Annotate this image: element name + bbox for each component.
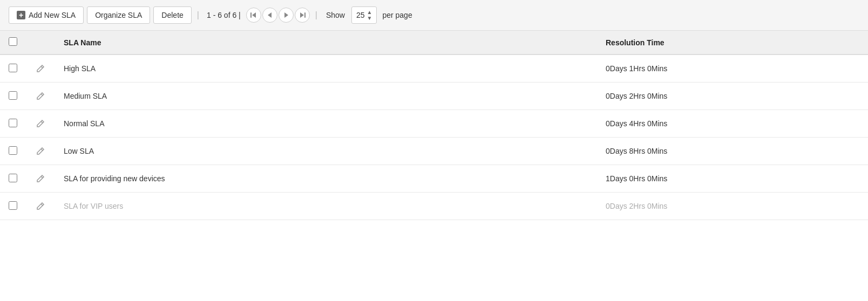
table-row: Low SLA0Days 8Hrs 0Mins <box>0 138 868 165</box>
row-resolution-time: 1Days 0Hrs 0Mins <box>597 165 868 193</box>
separator-1: | <box>195 10 201 20</box>
row-checkbox-cell <box>0 165 26 193</box>
per-page-value: 25 <box>356 11 365 19</box>
svg-line-9 <box>41 149 43 150</box>
select-all-checkbox[interactable] <box>9 37 17 46</box>
plus-icon: + <box>17 11 25 19</box>
row-checkbox-2[interactable] <box>9 91 17 100</box>
row-checkbox-cell <box>0 83 26 110</box>
edit-icon[interactable] <box>35 118 46 129</box>
row-sla-name: Low SLA <box>55 138 597 165</box>
row-resolution-time: 0Days 2Hrs 0Mins <box>597 193 868 220</box>
svg-rect-4 <box>304 12 306 18</box>
first-page-button[interactable] <box>246 8 261 23</box>
table-row: SLA for VIP users0Days 2Hrs 0Mins <box>0 193 868 220</box>
row-checkbox-4[interactable] <box>9 146 17 155</box>
show-label: Show <box>323 11 348 19</box>
edit-icon[interactable] <box>35 200 46 212</box>
row-edit-cell <box>26 54 55 83</box>
row-checkbox-cell <box>0 54 26 83</box>
header-checkbox-col <box>0 31 26 54</box>
header-resolution-time: Resolution Time <box>597 31 868 54</box>
per-page-suffix: per page <box>380 11 414 19</box>
next-page-button[interactable] <box>279 8 294 23</box>
svg-marker-5 <box>300 12 304 18</box>
separator-2: | <box>313 10 320 20</box>
svg-marker-1 <box>252 12 256 18</box>
per-page-selector[interactable]: 25 ▲▼ <box>351 6 377 24</box>
delete-button[interactable]: Delete <box>153 6 191 24</box>
svg-marker-2 <box>268 12 272 18</box>
row-resolution-time: 0Days 8Hrs 0Mins <box>597 138 868 165</box>
table-row: SLA for providing new devices1Days 0Hrs … <box>0 165 868 193</box>
header-sla-name: SLA Name <box>55 31 597 54</box>
svg-line-10 <box>41 176 43 178</box>
table-row: Normal SLA0Days 4Hrs 0Mins <box>0 110 868 138</box>
table-row: High SLA0Days 1Hrs 0Mins <box>0 54 868 83</box>
row-checkbox-cell <box>0 138 26 165</box>
table-header-row: SLA Name Resolution Time <box>0 31 868 54</box>
row-resolution-time: 0Days 2Hrs 0Mins <box>597 83 868 110</box>
chevron-icon: ▲▼ <box>367 9 372 21</box>
row-edit-cell <box>26 193 55 220</box>
sla-table: SLA Name Resolution Time High SLA0Days 1… <box>0 31 868 220</box>
row-sla-name: High SLA <box>55 54 597 83</box>
row-sla-name: SLA for VIP users <box>55 193 597 220</box>
edit-icon[interactable] <box>35 173 46 184</box>
row-sla-name: SLA for providing new devices <box>55 165 597 193</box>
row-checkbox-1[interactable] <box>9 64 17 72</box>
edit-icon[interactable] <box>35 90 46 102</box>
svg-marker-3 <box>284 12 288 18</box>
prev-page-button[interactable] <box>262 8 277 23</box>
row-edit-cell <box>26 83 55 110</box>
row-edit-cell <box>26 110 55 138</box>
pagination-info: 1 - 6 of 6 | <box>205 11 243 19</box>
row-checkbox-6[interactable] <box>9 201 17 210</box>
svg-line-7 <box>41 94 43 95</box>
table-row: Medium SLA0Days 2Hrs 0Mins <box>0 83 868 110</box>
organize-sla-button[interactable]: Organize SLA <box>87 6 150 24</box>
svg-rect-0 <box>250 12 252 18</box>
row-sla-name: Normal SLA <box>55 110 597 138</box>
edit-icon[interactable] <box>35 63 46 74</box>
row-checkbox-3[interactable] <box>9 119 17 127</box>
last-page-button[interactable] <box>295 8 310 23</box>
row-resolution-time: 0Days 4Hrs 0Mins <box>597 110 868 138</box>
svg-line-6 <box>41 66 43 68</box>
delete-button-label: Delete <box>161 11 183 19</box>
edit-icon[interactable] <box>35 145 46 157</box>
row-checkbox-cell <box>0 193 26 220</box>
add-new-sla-button[interactable]: + Add New SLA <box>9 6 84 24</box>
row-edit-cell <box>26 165 55 193</box>
pagination-controls <box>246 8 310 23</box>
row-checkbox-cell <box>0 110 26 138</box>
header-edit-col <box>26 31 55 54</box>
svg-line-11 <box>41 204 43 206</box>
organize-button-label: Organize SLA <box>95 11 142 19</box>
row-checkbox-5[interactable] <box>9 174 17 182</box>
add-button-label: Add New SLA <box>29 11 76 19</box>
row-edit-cell <box>26 138 55 165</box>
toolbar: + Add New SLA Organize SLA Delete | 1 - … <box>0 0 868 31</box>
svg-line-8 <box>41 121 43 123</box>
row-sla-name: Medium SLA <box>55 83 597 110</box>
row-resolution-time: 0Days 1Hrs 0Mins <box>597 54 868 83</box>
table-body: High SLA0Days 1Hrs 0Mins Medium SLA0Days… <box>0 54 868 220</box>
